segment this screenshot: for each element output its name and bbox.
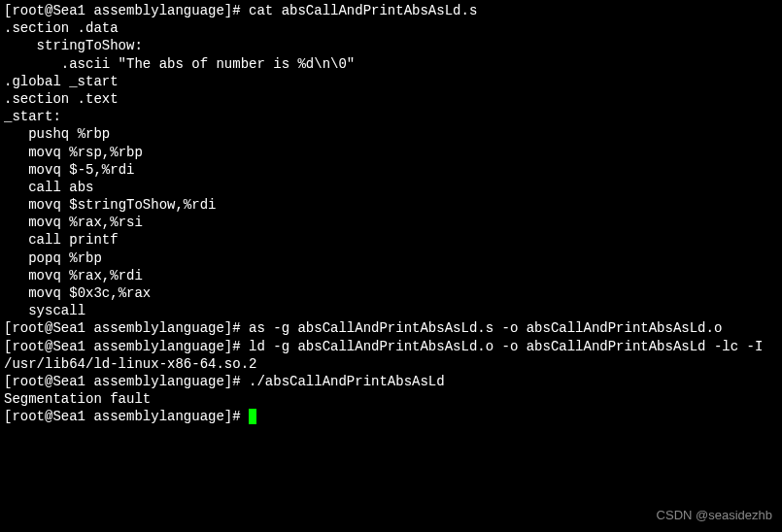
terminal-line: _start: bbox=[4, 108, 778, 125]
terminal-line: movq %rax,%rsi bbox=[4, 214, 778, 231]
terminal-line: syscall bbox=[4, 302, 778, 319]
terminal-line: stringToShow: bbox=[4, 37, 778, 54]
terminal-line: [root@Sea1 assemblylanguage]# as -g absC… bbox=[4, 319, 778, 337]
terminal-line: popq %rbp bbox=[4, 249, 778, 267]
terminal-line: .ascii "The abs of number is %d\n\0" bbox=[4, 55, 778, 73]
terminal-line: [root@Sea1 assemblylanguage]# cat absCal… bbox=[4, 2, 778, 19]
terminal-line: movq %rax,%rdi bbox=[4, 267, 778, 284]
terminal-line: [root@Sea1 assemblylanguage]# ld -g absC… bbox=[4, 338, 778, 373]
terminal-line: call printf bbox=[4, 231, 778, 249]
terminal-line: .section .data bbox=[4, 19, 778, 37]
prompt-text: [root@Sea1 assemblylanguage]# bbox=[4, 409, 249, 424]
terminal-line: movq $stringToShow,%rdi bbox=[4, 196, 778, 214]
terminal-line: movq %rsp,%rbp bbox=[4, 144, 778, 161]
terminal-line: .section .text bbox=[4, 90, 778, 108]
terminal-line: movq $-5,%rdi bbox=[4, 161, 778, 179]
terminal-line: call abs bbox=[4, 179, 778, 196]
terminal-output[interactable]: [root@Sea1 assemblylanguage]# cat absCal… bbox=[4, 2, 778, 426]
terminal-line: pushq %rbp bbox=[4, 125, 778, 143]
watermark: CSDN @seasidezhb bbox=[657, 508, 772, 524]
cursor-icon bbox=[249, 409, 256, 424]
prompt-line[interactable]: [root@Sea1 assemblylanguage]# bbox=[4, 408, 778, 425]
terminal-line: .global _start bbox=[4, 73, 778, 90]
terminal-line: movq $0x3c,%rax bbox=[4, 284, 778, 302]
terminal-line: Segmentation fault bbox=[4, 390, 778, 408]
terminal-line: [root@Sea1 assemblylanguage]# ./absCallA… bbox=[4, 373, 778, 390]
